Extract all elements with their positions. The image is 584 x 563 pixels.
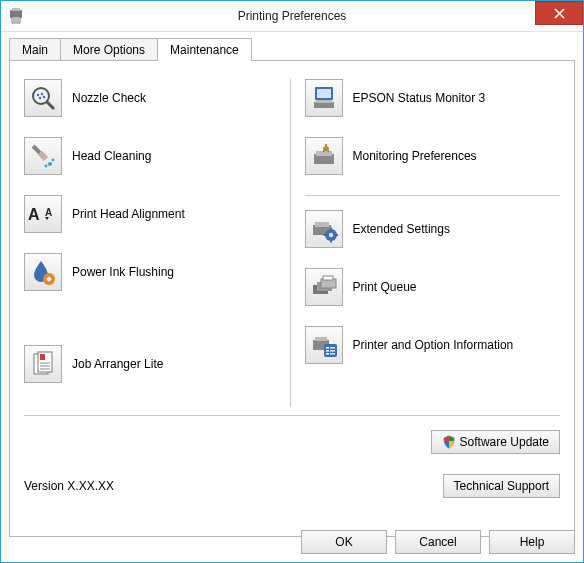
dialog-buttons: OK Cancel Help — [301, 530, 575, 554]
power-ink-button[interactable] — [24, 253, 62, 291]
job-arranger-label: Job Arranger Lite — [72, 357, 163, 371]
head-cleaning-label: Head Cleaning — [72, 149, 151, 163]
tab-more-options[interactable]: More Options — [60, 38, 158, 61]
bottom-separator — [24, 415, 560, 416]
window-body: Main More Options Maintenance — [1, 32, 583, 537]
svg-point-11 — [39, 97, 41, 99]
item-head-alignment: A A Print Head Alignment — [24, 195, 280, 233]
monitoring-prefs-button[interactable] — [305, 137, 343, 175]
svg-rect-39 — [335, 234, 338, 236]
window-title: Printing Preferences — [238, 9, 347, 23]
help-label: Help — [520, 535, 545, 549]
ok-button[interactable]: OK — [301, 530, 387, 554]
svg-rect-48 — [326, 350, 329, 352]
svg-point-13 — [48, 162, 52, 166]
print-queue-label: Print Queue — [353, 280, 417, 294]
head-cleaning-button[interactable] — [24, 137, 62, 175]
svg-rect-45 — [315, 337, 327, 341]
cancel-label: Cancel — [419, 535, 456, 549]
maintenance-panel: Nozzle Check Head Cleani — [9, 60, 575, 537]
status-monitor-icon — [310, 84, 338, 112]
software-update-row: Software Update — [24, 430, 560, 454]
technical-support-button[interactable]: Technical Support — [443, 474, 560, 498]
svg-rect-38 — [323, 234, 326, 236]
svg-point-10 — [41, 93, 43, 95]
printer-info-label: Printer and Option Information — [353, 338, 514, 352]
nozzle-check-label: Nozzle Check — [72, 91, 146, 105]
svg-point-12 — [43, 96, 45, 98]
svg-rect-47 — [326, 347, 329, 349]
svg-rect-2 — [12, 17, 20, 23]
item-power-ink: Power Ink Flushing — [24, 253, 280, 291]
version-row: Version X.XX.XX Technical Support — [24, 474, 560, 498]
monitor-prefs-icon — [310, 142, 338, 170]
svg-text:A: A — [45, 207, 52, 218]
svg-line-8 — [47, 102, 54, 109]
job-arranger-icon — [29, 350, 57, 378]
item-monitoring-prefs: Monitoring Preferences — [305, 137, 561, 175]
svg-text:A: A — [28, 206, 40, 223]
close-icon — [554, 8, 565, 19]
item-print-queue: Print Queue — [305, 268, 561, 306]
monitoring-prefs-label: Monitoring Preferences — [353, 149, 477, 163]
svg-rect-52 — [330, 353, 335, 355]
head-alignment-label: Print Head Alignment — [72, 207, 185, 221]
job-arranger-button[interactable] — [24, 345, 62, 383]
extended-settings-icon — [310, 215, 338, 243]
svg-rect-1 — [12, 8, 20, 11]
svg-rect-27 — [317, 89, 331, 98]
cancel-button[interactable]: Cancel — [395, 530, 481, 554]
svg-rect-33 — [315, 222, 329, 227]
print-queue-icon — [310, 273, 338, 301]
tab-main[interactable]: Main — [9, 38, 61, 61]
svg-rect-37 — [330, 240, 332, 243]
help-button[interactable]: Help — [489, 530, 575, 554]
head-alignment-button[interactable]: A A — [24, 195, 62, 233]
maintenance-columns: Nozzle Check Head Cleani — [24, 79, 560, 407]
left-column: Nozzle Check Head Cleani — [24, 79, 290, 407]
svg-point-35 — [328, 233, 332, 237]
shield-icon — [442, 435, 456, 449]
svg-point-15 — [52, 159, 55, 162]
technical-support-label: Technical Support — [454, 479, 549, 493]
software-update-button[interactable]: Software Update — [431, 430, 560, 454]
svg-rect-49 — [326, 353, 329, 355]
print-queue-button[interactable] — [305, 268, 343, 306]
svg-rect-29 — [316, 100, 332, 103]
item-job-arranger: Job Arranger Lite — [24, 345, 280, 383]
software-update-label: Software Update — [460, 435, 549, 449]
svg-point-14 — [45, 165, 48, 168]
item-head-cleaning: Head Cleaning — [24, 137, 280, 175]
extended-settings-button[interactable] — [305, 210, 343, 248]
printing-preferences-window: Printing Preferences Main More Options M… — [0, 0, 584, 563]
item-printer-info: Printer and Option Information — [305, 326, 561, 364]
svg-rect-36 — [330, 228, 332, 231]
right-separator — [305, 195, 561, 196]
titlebar: Printing Preferences — [1, 1, 583, 32]
printer-info-button[interactable] — [305, 326, 343, 364]
head-clean-icon — [29, 142, 57, 170]
svg-rect-43 — [323, 276, 333, 280]
svg-rect-50 — [330, 347, 335, 349]
extended-settings-label: Extended Settings — [353, 222, 450, 236]
close-button[interactable] — [535, 1, 583, 25]
version-label: Version X.XX.XX — [24, 479, 114, 493]
status-monitor-button[interactable] — [305, 79, 343, 117]
alignment-icon: A A — [28, 203, 58, 225]
tabs: Main More Options Maintenance — [9, 38, 575, 61]
svg-rect-22 — [40, 354, 45, 360]
magnify-dots-icon — [29, 84, 57, 112]
status-monitor-label: EPSON Status Monitor 3 — [353, 91, 486, 105]
item-status-monitor: EPSON Status Monitor 3 — [305, 79, 561, 117]
svg-rect-51 — [330, 350, 335, 352]
svg-point-9 — [37, 94, 39, 96]
power-ink-label: Power Ink Flushing — [72, 265, 174, 279]
svg-point-7 — [33, 88, 49, 104]
item-extended-settings: Extended Settings — [305, 210, 561, 248]
tab-maintenance[interactable]: Maintenance — [157, 38, 252, 61]
nozzle-check-button[interactable] — [24, 79, 62, 117]
printer-info-icon — [310, 331, 338, 359]
right-column: EPSON Status Monitor 3 Monitoring Prefer… — [290, 79, 561, 407]
ok-label: OK — [335, 535, 352, 549]
item-nozzle-check: Nozzle Check — [24, 79, 280, 117]
